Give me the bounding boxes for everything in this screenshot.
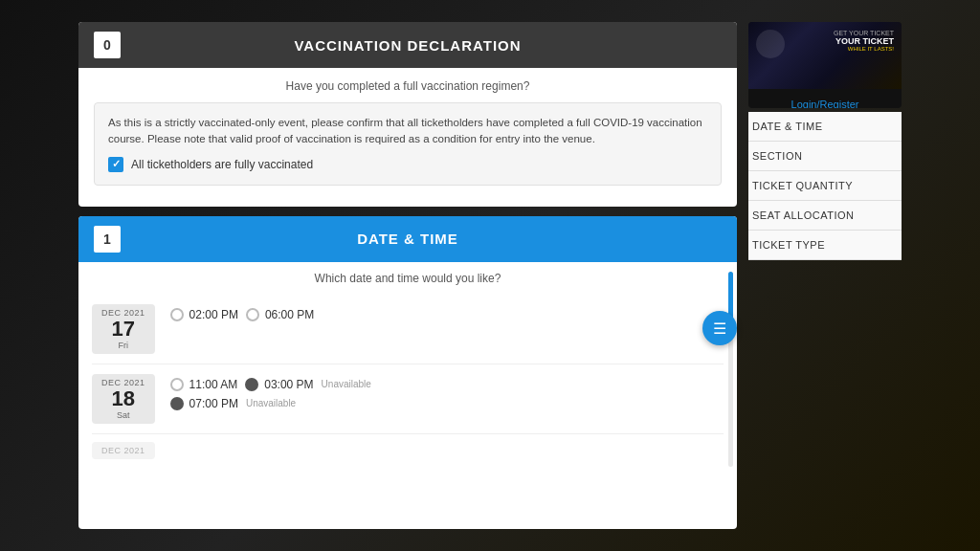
- right-sidebar: GET YOUR TICKET YOUR TICKET WHILE IT LAS…: [748, 22, 902, 529]
- date-month-dec19: DEC 2021: [101, 446, 145, 455]
- main-container: 0 VACCINATION DECLARATION Have you compl…: [78, 22, 902, 529]
- time-label-0600pm: 06:00 PM: [265, 308, 314, 321]
- sidebar-item-ticket-quantity[interactable]: TICKET QUANTITY: [748, 171, 902, 201]
- login-register-link[interactable]: Login/Register: [791, 99, 859, 108]
- vaccination-info-text: As this is a strictly vaccinated-only ev…: [108, 117, 702, 144]
- unavailable-0700pm: Unavailable: [246, 398, 296, 408]
- time-option-0700pm: 07:00 PM Unavailable: [170, 397, 371, 410]
- date-box-dec17: DEC 2021 17 Fri: [92, 304, 155, 354]
- datetime-title: DATE & TIME: [136, 231, 679, 247]
- login-link-wrapper[interactable]: Login/Register: [748, 89, 902, 108]
- radio-1100am[interactable]: [170, 378, 184, 391]
- datetime-subtitle: Which date and time would you like?: [92, 272, 724, 285]
- vaccination-info-box: As this is a strictly vaccinated-only ev…: [94, 102, 722, 186]
- time-options-dec17: 02:00 PM 06:00 PM: [170, 304, 315, 321]
- scrollbar-track[interactable]: [728, 272, 733, 467]
- radio-0300pm: [245, 378, 258, 391]
- vaccination-card: 0 VACCINATION DECLARATION Have you compl…: [78, 22, 737, 207]
- time-option-0200pm[interactable]: 02:00 PM: [170, 308, 238, 321]
- date-day-dec17: 17: [101, 318, 145, 341]
- radio-0600pm[interactable]: [246, 308, 259, 321]
- vaccination-checkbox-row[interactable]: All ticketholders are fully vaccinated: [108, 156, 707, 173]
- time-label-0700pm: 07:00 PM: [189, 397, 238, 410]
- date-rows: DEC 2021 17 Fri 02:00 PM: [92, 295, 724, 467]
- banner-while-label: WHILE IT LASTS!: [834, 46, 894, 52]
- date-row-dec18: DEC 2021 18 Sat 11:00 AM: [92, 364, 724, 434]
- vaccination-checkbox[interactable]: [108, 157, 123, 172]
- date-box-dec19: DEC 2021: [92, 442, 155, 459]
- radio-0200pm[interactable]: [170, 308, 184, 321]
- page-wrapper: 0 VACCINATION DECLARATION Have you compl…: [0, 0, 980, 551]
- date-weekday-dec17: Fri: [101, 341, 145, 350]
- datetime-card: 1 DATE & TIME Which date and time would …: [78, 216, 737, 530]
- vaccination-header: 0 VACCINATION DECLARATION: [78, 22, 737, 68]
- sidebar-nav: DATE & TIME SECTION TICKET QUANTITY SEAT…: [748, 112, 902, 260]
- date-row-dec17: DEC 2021 17 Fri 02:00 PM: [92, 295, 724, 364]
- vaccination-body: Have you completed a full vaccination re…: [78, 68, 737, 207]
- banner-ticket-label: YOUR TICKET: [834, 36, 894, 46]
- unavailable-0300pm: Unavailable: [322, 379, 371, 389]
- banner-image: GET YOUR TICKET YOUR TICKET WHILE IT LAS…: [748, 22, 902, 89]
- sidebar-item-datetime[interactable]: DATE & TIME: [748, 112, 902, 142]
- vaccination-subtitle: Have you completed a full vaccination re…: [94, 79, 722, 93]
- banner-text: GET YOUR TICKET YOUR TICKET WHILE IT LAS…: [834, 30, 894, 52]
- vaccination-step-badge: 0: [94, 32, 121, 58]
- left-panel: 0 VACCINATION DECLARATION Have you compl…: [78, 22, 737, 529]
- sidebar-banner: GET YOUR TICKET YOUR TICKET WHILE IT LAS…: [748, 22, 902, 108]
- float-menu-icon: ☰: [713, 320, 726, 338]
- time-option-1100am[interactable]: 11:00 AM: [170, 378, 238, 391]
- date-row-dec19: DEC 2021: [92, 434, 724, 467]
- datetime-header: 1 DATE & TIME: [78, 216, 737, 262]
- sidebar-item-ticket-type[interactable]: TICKET TYPE: [748, 231, 902, 260]
- sidebar-item-section[interactable]: SECTION: [748, 142, 902, 171]
- radio-0700pm: [170, 397, 184, 410]
- time-label-0200pm: 02:00 PM: [189, 308, 238, 321]
- vaccination-title: VACCINATION DECLARATION: [136, 37, 679, 54]
- banner-get-label: GET YOUR TICKET: [834, 30, 894, 36]
- date-day-dec18: 18: [101, 387, 145, 410]
- time-option-0300pm: 03:00 PM Unavailable: [245, 378, 371, 391]
- date-box-dec18: DEC 2021 18 Sat: [92, 374, 155, 424]
- datetime-body: Which date and time would you like? DEC …: [78, 262, 737, 476]
- time-label-0300pm: 03:00 PM: [264, 378, 313, 391]
- sidebar-item-seat-allocation[interactable]: SEAT ALLOCATION: [748, 201, 902, 231]
- date-weekday-dec18: Sat: [101, 410, 145, 420]
- vaccination-checkbox-label: All ticketholders are fully vaccinated: [131, 156, 313, 173]
- float-menu-button[interactable]: ☰: [702, 311, 737, 345]
- date-month-dec17: DEC 2021: [101, 308, 145, 318]
- time-option-0600pm[interactable]: 06:00 PM: [246, 308, 314, 321]
- datetime-step-badge: 1: [94, 226, 121, 253]
- time-label-1100am: 11:00 AM: [189, 378, 238, 391]
